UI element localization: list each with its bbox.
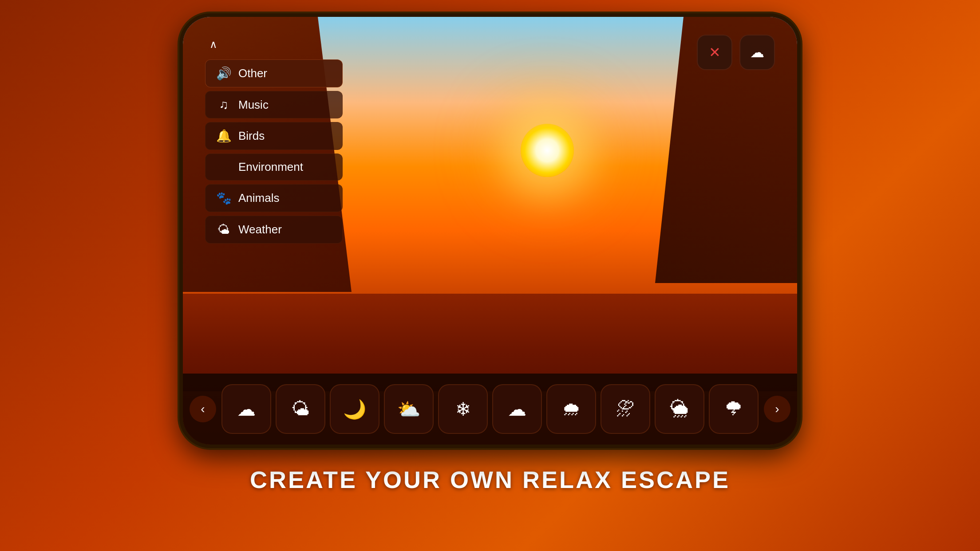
sidebar-menu: ∧ 🔊 Other ♫ Music 🔔 Birds Environment 🐾 … — [205, 35, 343, 244]
volume-icon: 🔊 — [216, 66, 231, 81]
sidebar-item-weather-label: Weather — [238, 223, 282, 236]
app-wrapper: ∧ 🔊 Other ♫ Music 🔔 Birds Environment 🐾 … — [0, 0, 980, 551]
sidebar-item-other[interactable]: 🔊 Other — [205, 59, 343, 87]
rain-weather-icon: 🌧 — [562, 398, 581, 420]
weather-icons-row: ☁ 🌤 🌙 ⛅ ❄ ☁ 🌧 — [221, 384, 759, 434]
sidebar-item-music-label: Music — [238, 98, 269, 112]
top-right-buttons: ✕ ☁ — [697, 35, 775, 70]
sidebar-item-birds-label: Birds — [238, 129, 265, 143]
cloud-icon: ☁ — [750, 44, 764, 61]
sidebar-item-environment-label: Environment — [238, 160, 303, 174]
weather-btn-clouds[interactable]: ☁ — [492, 384, 542, 434]
sidebar-item-weather[interactable]: 🌤 Weather — [205, 216, 343, 244]
phone-device: ∧ 🔊 Other ♫ Music 🔔 Birds Environment 🐾 … — [179, 13, 801, 448]
clouds-weather-icon: ☁ — [508, 398, 526, 420]
next-arrow-icon: › — [775, 402, 779, 416]
birds-icon: 🔔 — [216, 129, 231, 143]
sun-visual — [521, 124, 574, 177]
sunny-weather-icon: 🌤 — [291, 398, 310, 420]
cloud-weather-icon: ☁ — [237, 398, 256, 420]
cloud-button[interactable]: ☁ — [739, 35, 775, 70]
weather-btn-drizzle[interactable]: 🌦 — [655, 384, 704, 434]
sidebar-item-birds[interactable]: 🔔 Birds — [205, 122, 343, 150]
sidebar-item-animals[interactable]: 🐾 Animals — [205, 184, 343, 212]
weather-btn-night[interactable]: 🌙 — [330, 384, 379, 434]
partly-cloudy-weather-icon: ⛅ — [397, 398, 420, 420]
storm-weather-icon: 🌩 — [724, 398, 743, 420]
weather-btn-cloud[interactable]: ☁ — [221, 384, 271, 434]
next-arrow-button[interactable]: › — [764, 396, 790, 422]
thunder-weather-icon: ⛈ — [616, 398, 635, 420]
music-icon: ♫ — [216, 98, 231, 112]
weather-btn-sunny[interactable]: 🌤 — [276, 384, 325, 434]
prev-arrow-button[interactable]: ‹ — [190, 396, 216, 422]
weather-icon: 🌤 — [216, 222, 231, 237]
bottom-weather-bar: ‹ ☁ 🌤 🌙 ⛅ ❄ ☁ — [183, 374, 797, 445]
weather-btn-snow[interactable]: ❄ — [438, 384, 488, 434]
sidebar-item-environment[interactable]: Environment — [205, 153, 343, 181]
tagline: CREATE YOUR OWN RELAX ESCAPE — [250, 466, 730, 493]
sidebar-item-other-label: Other — [238, 67, 267, 80]
sidebar-collapse-button[interactable]: ∧ — [205, 35, 232, 54]
sidebar-item-music[interactable]: ♫ Music — [205, 91, 343, 118]
weather-btn-partly-cloudy[interactable]: ⛅ — [384, 384, 434, 434]
snow-weather-icon: ❄ — [455, 398, 471, 420]
prev-arrow-icon: ‹ — [201, 402, 205, 416]
animals-icon: 🐾 — [216, 191, 231, 205]
weather-btn-rain[interactable]: 🌧 — [546, 384, 596, 434]
weather-btn-thunder[interactable]: ⛈ — [601, 384, 650, 434]
weather-btn-storm[interactable]: 🌩 — [709, 384, 759, 434]
drizzle-weather-icon: 🌦 — [670, 398, 689, 420]
close-button[interactable]: ✕ — [697, 35, 732, 70]
sidebar-item-animals-label: Animals — [238, 191, 279, 205]
night-weather-icon: 🌙 — [343, 398, 366, 420]
close-icon: ✕ — [709, 44, 721, 61]
